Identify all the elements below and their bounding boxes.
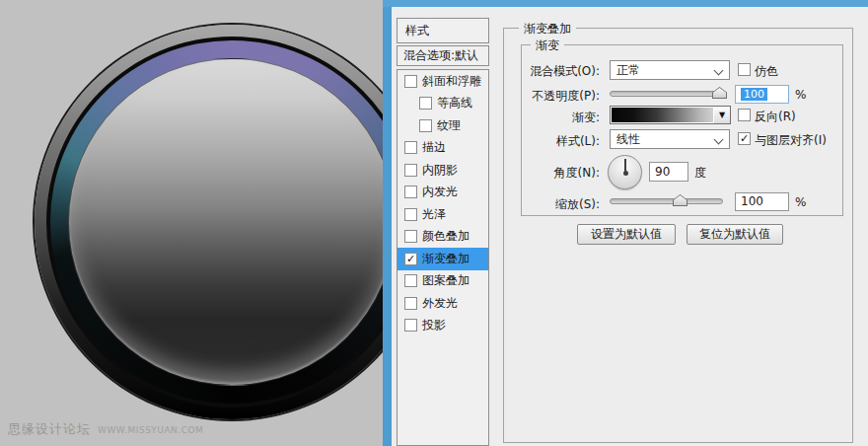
angle-dial[interactable] (608, 155, 642, 189)
dropdown-arrow-icon: ▼ (719, 111, 725, 119)
reverse-label: 反向(R) (755, 109, 796, 125)
dialog-titlebar-edge (383, 0, 868, 7)
style-checkbox[interactable] (404, 141, 417, 154)
align-with-layer-label: 与图层对齐(I) (755, 132, 827, 149)
style-item-color-overlay[interactable]: 颜色叠加 (398, 226, 488, 249)
style-checkbox[interactable] (404, 208, 417, 221)
dither-checkbox[interactable] (738, 63, 751, 76)
style-item-contour[interactable]: 等高线 (398, 93, 488, 115)
style-item-stroke[interactable]: 描边 (398, 137, 488, 160)
button-face (68, 58, 383, 386)
angle-label: 角度(N): (491, 165, 600, 182)
blend-mode-select[interactable]: 正常 (610, 60, 730, 80)
blend-mode-label: 混合模式(O): (491, 63, 600, 80)
check-icon: ✓ (406, 254, 415, 264)
reverse-checkbox[interactable] (738, 109, 751, 121)
document-canvas: 思缘设计论坛www.missyuan.com (0, 0, 383, 446)
style-item-drop-shadow[interactable]: 投影 (398, 315, 488, 337)
styles-header[interactable]: 样式 (397, 18, 489, 43)
gradient-picker-arrow[interactable]: ▼ (714, 106, 731, 124)
scale-slider-track[interactable] (610, 198, 723, 204)
watermark: 思缘设计论坛www.missyuan.com (8, 420, 203, 438)
opacity-input[interactable]: 100 (735, 85, 789, 104)
angle-center-dot (623, 171, 628, 176)
gradient-overlay-group-title: 渐变叠加 (519, 21, 576, 37)
watermark-url: www.missyuan.com (98, 425, 203, 435)
style-item-inner-glow[interactable]: 内发光 (398, 182, 488, 204)
gradient-subgroup-title: 渐变 (531, 37, 564, 54)
opacity-label: 不透明度(P): (491, 88, 600, 105)
style-select[interactable]: 线性 (610, 129, 730, 149)
reset-default-button[interactable]: 复位为默认值 (687, 224, 783, 245)
style-checkbox[interactable] (404, 319, 417, 332)
angle-input[interactable]: 90 (649, 162, 688, 182)
style-item-gradient-overlay[interactable]: ✓ 渐变叠加 (398, 248, 488, 270)
style-item-outer-glow[interactable]: 外发光 (398, 292, 488, 315)
scale-label: 缩放(S): (491, 196, 600, 213)
style-item-bevel-emboss[interactable]: 斜面和浮雕 (398, 70, 488, 93)
angle-unit: 度 (694, 165, 706, 182)
style-item-pattern-overlay[interactable]: 图案叠加 (398, 270, 488, 293)
style-checkbox[interactable] (404, 186, 417, 198)
style-checkbox[interactable] (404, 297, 417, 310)
style-checkbox[interactable] (419, 119, 432, 132)
chevron-down-icon (714, 135, 724, 145)
style-item-satin[interactable]: 光泽 (398, 203, 488, 226)
style-item-inner-shadow[interactable]: 内阴影 (398, 159, 488, 182)
styles-list: 斜面和浮雕 等高线 纹理 描边 内阴影 内发光 光泽 颜色叠加 ✓ 渐变叠加 图… (397, 69, 489, 446)
style-checkbox[interactable] (419, 97, 432, 110)
gradient-preview[interactable] (610, 106, 715, 124)
style-checkbox[interactable] (404, 230, 417, 243)
style-checkbox[interactable] (404, 164, 417, 177)
check-icon: ✓ (740, 133, 749, 144)
gradient-label: 渐变: (491, 110, 600, 126)
chevron-down-icon (714, 66, 724, 76)
make-default-button[interactable]: 设置为默认值 (577, 224, 676, 245)
style-checkbox-checked[interactable]: ✓ (404, 253, 417, 265)
scale-input[interactable]: 100 (735, 192, 789, 211)
scale-unit: % (795, 195, 806, 209)
blending-options-item[interactable]: 混合选项:默认 (397, 45, 489, 66)
style-label: 样式(L): (491, 133, 600, 150)
dialog-left-edge (383, 0, 392, 446)
style-item-texture[interactable]: 纹理 (398, 114, 488, 137)
style-checkbox[interactable] (404, 75, 417, 88)
align-with-layer-checkbox[interactable]: ✓ (738, 132, 751, 145)
style-checkbox[interactable] (404, 274, 417, 287)
dither-label: 仿色 (755, 63, 778, 80)
opacity-slider-track[interactable] (610, 91, 727, 97)
opacity-unit: % (795, 88, 806, 102)
watermark-text: 思缘设计论坛 (8, 421, 91, 436)
